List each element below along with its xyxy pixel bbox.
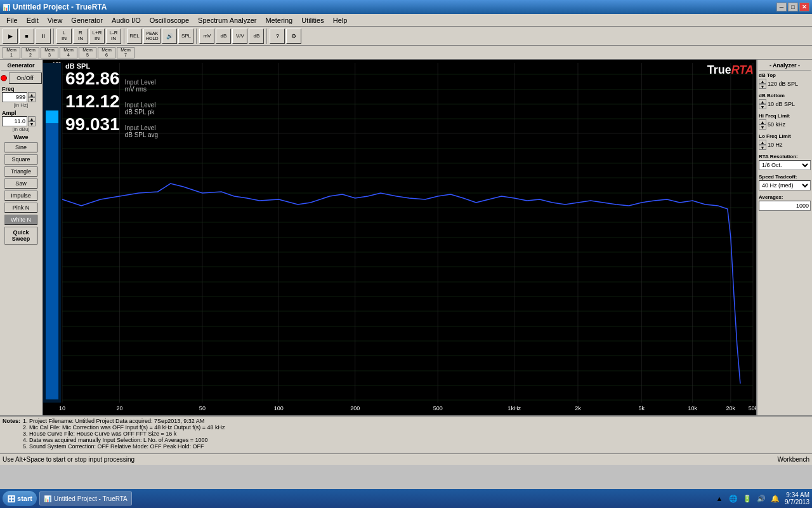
db-button[interactable]: dB [216,29,231,44]
square-button[interactable]: Square [4,154,37,164]
ampl-input[interactable] [2,116,27,126]
close-button[interactable]: ✕ [799,3,809,11]
level1-label2: mV rms [125,86,156,93]
rel-button[interactable]: REL [127,29,142,44]
mem4-button[interactable]: Mem4 [60,47,77,58]
input-level-3: 99.031 [65,116,120,133]
menu-spectrum-analyzer[interactable]: Spectrum Analyzer [194,15,260,25]
taskbar-truerта[interactable]: 📊 Untitled Project - TrueRTA [39,491,132,505]
clock-date: 9/7/2013 [785,498,809,505]
play-button[interactable]: ▶ [3,29,18,44]
clock-time: 9:34 AM [785,491,809,498]
svg-rect-72 [46,110,58,123]
freq-up[interactable]: ▲ [28,92,36,97]
menu-generator[interactable]: Generator [67,15,107,25]
tray-icon-network[interactable]: 🌐 [729,494,738,503]
minimize-button[interactable]: ─ [776,3,787,11]
svg-text:10: 10 [59,405,65,411]
freq-down[interactable]: ▼ [28,97,36,102]
settings-button[interactable]: ⚙ [286,29,301,44]
peak-hold-button[interactable]: PEAKHOLD [143,29,160,44]
db-top-row: dB Top ▲ ▼ 120 dB SPL [759,72,811,89]
title-bar: 📊 Untitled Project - TrueRTA ─ □ ✕ [0,0,812,14]
freq-control: Freq ▲ ▼ [in Hz] [2,86,40,108]
memory-bar: Mem1 Mem2 Mem3 Mem4 Mem5 Mem6 Mem7 [0,46,812,60]
menu-oscilloscope[interactable]: Oscilloscope [146,15,193,25]
sine-button[interactable]: Sine [4,142,37,152]
hi-freq-value: 50 kHz [768,121,785,128]
speed-select[interactable]: 40 Hz (med) 80 Hz (fast) 20 Hz (slow) [759,180,811,190]
mv-button[interactable]: mV [199,29,214,44]
menu-metering[interactable]: Metering [261,15,296,25]
menu-help[interactable]: Help [329,15,351,25]
freq-input[interactable] [2,92,27,102]
tray-icon-volume[interactable]: 🔊 [757,494,766,503]
rta-resolution-select[interactable]: 1/6 Oct. 1/3 Oct. 1/12 Oct. 1/24 Oct. [759,160,811,170]
spl-button[interactable]: SPL [178,29,193,44]
speed-label: Speed Tradeoff: [759,174,811,180]
svg-text:1kHz: 1kHz [508,405,521,411]
mem7-button[interactable]: Mem7 [117,47,134,58]
db2-button[interactable]: dB [249,29,264,44]
db-top-up[interactable]: ▲ [759,79,766,84]
db-bottom-down[interactable]: ▼ [759,104,766,109]
l-minus-r-button[interactable]: L-RIN [106,29,121,44]
r-in-button[interactable]: RIN [73,29,88,44]
workbench-label: Workbench [778,456,809,463]
tray-icon-arrow[interactable]: ▲ [715,494,724,503]
l-in-button[interactable]: LIN [56,29,72,44]
help-button[interactable]: ? [270,29,285,44]
db-top-down[interactable]: ▼ [759,84,766,89]
start-button[interactable]: ⊞ start [3,491,37,506]
system-clock[interactable]: 9:34 AM 9/7/2013 [785,491,809,505]
saw-button[interactable]: Saw [4,178,37,189]
vv-button[interactable]: V/V [232,29,247,44]
lo-freq-up[interactable]: ▲ [759,140,766,145]
input-level-2: 112.12 [65,93,120,110]
mem6-button[interactable]: Mem6 [98,47,115,58]
input-level-1: 692.86 [65,70,120,88]
ampl-down[interactable]: ▼ [28,121,36,126]
pause-button[interactable]: ⏸ [36,29,51,44]
speaker-button[interactable]: 🔊 [162,29,177,44]
white-noise-button[interactable]: White N [4,215,37,225]
pink-noise-button[interactable]: Pink N [4,203,37,213]
ampl-up[interactable]: ▲ [28,116,36,121]
averages-label: Averages: [759,194,811,200]
mem1-button[interactable]: Mem1 [3,47,20,58]
hi-freq-up[interactable]: ▲ [759,119,766,124]
db-bottom-up[interactable]: ▲ [759,99,766,104]
triangle-button[interactable]: Triangle [4,166,37,177]
mem3-button[interactable]: Mem3 [41,47,58,58]
ampl-unit: [in dBu] [2,126,40,132]
svg-text:200: 200 [350,405,360,411]
generator-label: Generator [1,62,41,70]
maximize-button[interactable]: □ [788,3,798,11]
quick-sweep-button[interactable]: QuickSweep [4,227,37,244]
mem5-button[interactable]: Mem5 [79,47,96,58]
menu-view[interactable]: View [44,15,67,25]
menu-edit[interactable]: Edit [23,15,43,25]
speed-row: Speed Tradeoff: 40 Hz (med) 80 Hz (fast)… [759,174,811,190]
impulse-button[interactable]: Impulse [4,190,37,201]
menu-file[interactable]: File [3,15,22,25]
level1-label1: Input Level [125,79,156,86]
tray-icon-update[interactable]: 🔔 [771,494,780,503]
on-off-button[interactable]: On/Off [9,72,42,84]
generator-indicator [1,75,7,81]
menu-utilities[interactable]: Utilities [298,15,327,25]
db-bottom-row: dB Bottom ▲ ▼ 10 dB SPL [759,93,811,109]
title-controls: ─ □ ✕ [776,3,809,11]
db-bottom-value: 10 dB SPL [768,101,795,107]
menu-audio-io[interactable]: Audio I/O [108,15,145,25]
lr-in-button[interactable]: L+RIN [89,29,105,44]
note-line5: 5. Sound System Correction: OFF Relative… [23,443,225,450]
mem2-button[interactable]: Mem2 [22,47,39,58]
hi-freq-down[interactable]: ▼ [759,124,766,130]
rta-res-row: RTA Resolution: 1/6 Oct. 1/3 Oct. 1/12 O… [759,154,811,170]
note-line4: 4. Data was acquired manually Input Sele… [23,437,225,443]
averages-input[interactable] [759,201,811,211]
status-bar-bottom: Use Alt+Space to start or stop input pro… [0,453,812,465]
stop-button[interactable]: ■ [19,29,34,44]
lo-freq-down[interactable]: ▼ [759,145,766,150]
